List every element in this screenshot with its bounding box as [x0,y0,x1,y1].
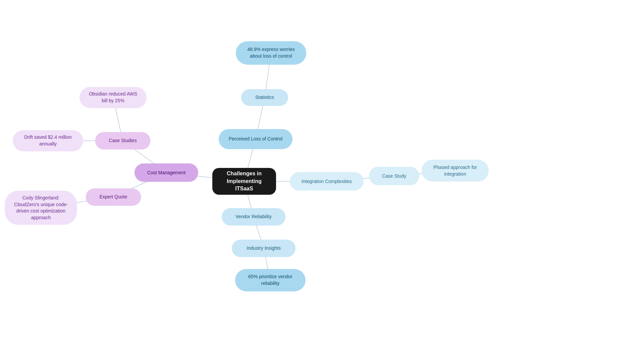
node-obsidian[interactable]: Obsidian reduced AWS bill by 25% [79,87,147,108]
node-case-study-integration[interactable]: Case Study [369,167,419,185]
node-case-studies[interactable]: Case Studies [95,132,151,149]
node-perceived-loss-of-control[interactable]: Perceived Loss of Control [219,129,292,149]
node-expert-quote[interactable]: Expert Quote [86,188,141,206]
node-vendor-reliability[interactable]: Vendor Reliability [222,208,285,226]
node-cody[interactable]: Cody Slingerland: CloudZero's unique cod… [5,191,77,225]
node-drift[interactable]: Drift saved $2.4 million annually [13,130,83,151]
center-node[interactable]: Challenges in Implementing ITSaaS [212,168,276,195]
node-industry-insights[interactable]: Industry Insights [232,240,296,257]
node-integration-complexities[interactable]: Integration Complexities [290,172,364,191]
node-phased-approach[interactable]: Phased approach for integration [422,160,489,182]
node-stat-worries[interactable]: 48.9% express worries about loss of cont… [236,41,306,65]
node-cost-management[interactable]: Cost Management [135,164,198,182]
node-statistics[interactable]: Statistics [241,89,288,106]
node-vendor-stat[interactable]: 65% prioritize vendor reliability [235,269,306,291]
